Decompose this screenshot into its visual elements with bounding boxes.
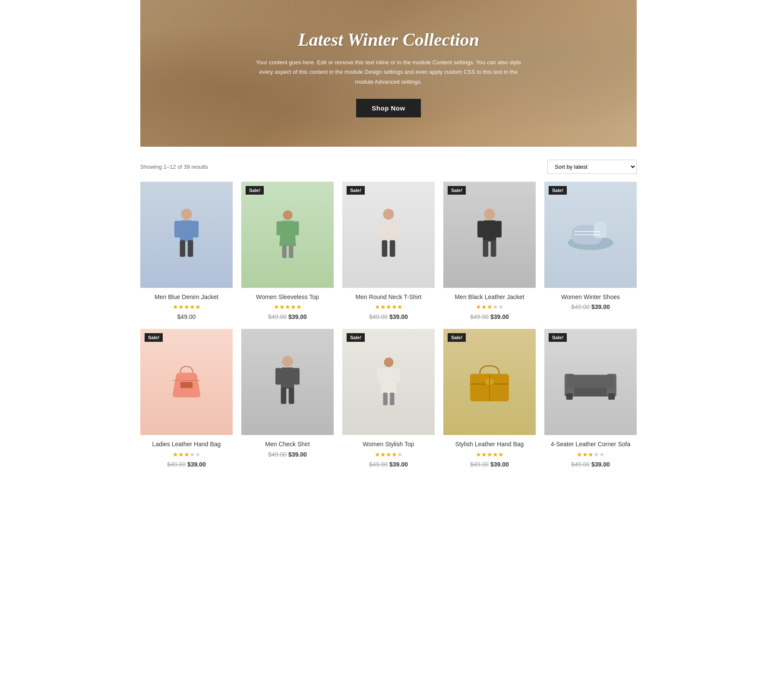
product-image: Sale! [544,329,637,435]
svg-rect-36 [289,388,294,404]
svg-rect-10 [282,246,286,258]
star-icon: ★ [274,304,279,310]
star-icon: ★ [594,451,599,458]
product-card[interactable]: Sale! Ladies Leather Hand Bag ★★★★★ $49.… [140,329,233,467]
product-figure [544,182,637,288]
product-stars: ★★★★★ [241,303,334,311]
product-figure [443,182,536,288]
shop-now-button[interactable]: Shop Now [356,99,420,117]
toolbar: Showing 1–12 of 39 results Sort by lates… [140,160,637,182]
sale-badge: Sale! [246,186,264,195]
product-card[interactable]: Sale! Men Round Neck T-Shirt ★★★★★ $49.0… [342,182,435,320]
sort-select[interactable]: Sort by latestSort by popularitySort by … [547,160,637,174]
svg-rect-8 [276,221,281,236]
product-stars: ★★★★★ [443,303,536,311]
svg-point-37 [384,358,393,367]
star-icon: ★ [195,304,201,310]
star-icon: ★ [481,451,487,458]
star-icon: ★ [195,451,201,458]
product-figure [241,329,334,435]
svg-point-0 [181,209,192,220]
star-icon: ★ [498,304,504,310]
star-icon: ★ [173,304,178,310]
product-name: Women Stylish Top [342,440,435,448]
star-icon: ★ [493,451,498,458]
product-card[interactable]: Men Blue Denim Jacket ★★★★★ $49.00 [140,182,233,320]
star-icon: ★ [375,304,380,310]
showing-results-text: Showing 1–12 of 39 results [140,164,208,170]
product-image: Sale! [342,329,435,435]
product-figure [140,329,233,435]
svg-rect-11 [289,246,293,258]
star-icon: ★ [392,451,397,458]
product-card[interactable]: Sale! Women Sleeveless Top ★★★★★ $49.00$… [241,182,334,320]
star-icon: ★ [498,451,504,458]
svg-rect-21 [496,221,502,238]
product-image: Sale! [443,329,536,435]
svg-rect-41 [383,393,387,405]
product-price: $49.00 [140,313,233,320]
svg-rect-52 [608,394,615,400]
star-icon: ★ [380,304,386,310]
product-card[interactable]: Sale! Women Stylish Top ★★★★★ $49.00$39.… [342,329,435,467]
svg-rect-50 [567,375,614,388]
svg-rect-17 [390,240,395,257]
svg-rect-34 [294,368,300,385]
svg-rect-4 [180,240,186,257]
svg-rect-15 [395,221,401,238]
star-icon: ★ [588,451,594,458]
sale-badge: Sale! [549,186,567,195]
star-icon: ★ [291,304,296,310]
star-icon: ★ [386,451,392,458]
svg-rect-5 [188,240,193,257]
product-card[interactable]: Sale! Stylish Leather Hand Bag ★★★★★ $49… [443,329,536,467]
product-figure [140,182,233,288]
star-icon: ★ [178,304,184,310]
sale-badge: Sale! [549,333,567,342]
star-icon: ★ [577,451,582,458]
product-image: Sale! [342,182,435,288]
product-name: Women Winter Shoes [544,293,637,301]
sale-badge: Sale! [347,333,365,342]
product-price: $49.00$39.00 [140,461,233,468]
product-card[interactable]: Sale! Women Winter Shoes $49.00$39.00 [544,182,637,320]
svg-rect-9 [294,221,299,236]
hero-section: Latest Winter Collection Your content go… [140,0,637,147]
svg-rect-20 [477,221,483,238]
product-stars: ★★★★★ [140,451,233,458]
star-icon: ★ [375,451,380,458]
svg-rect-23 [491,240,496,257]
product-name: Women Sleeveless Top [241,293,334,301]
product-price: $49.00$39.00 [544,461,637,468]
star-icon: ★ [386,304,392,310]
svg-marker-38 [380,368,397,394]
product-stars: ★★★★★ [443,451,536,458]
product-price: $49.00$39.00 [342,313,435,320]
star-icon: ★ [184,451,190,458]
product-image [140,182,233,288]
product-card[interactable]: Men Check Shirt $49.00$39.00 [241,329,334,467]
svg-point-18 [484,209,495,220]
product-name: Men Check Shirt [241,440,334,448]
svg-rect-33 [275,368,281,385]
product-stars: ★★★★★ [140,303,233,311]
svg-rect-1 [180,220,193,241]
star-icon: ★ [487,304,493,310]
svg-point-6 [283,210,292,220]
product-card[interactable]: Sale! 4-Seater Leather Corner Sofa ★★★★★… [544,329,637,467]
product-price: $49.00$39.00 [342,461,435,468]
product-image: Sale! [443,182,536,288]
star-icon: ★ [397,304,403,310]
star-icon: ★ [487,451,493,458]
star-icon: ★ [296,304,302,310]
product-grid: Men Blue Denim Jacket ★★★★★ $49.00 Sale!… [140,182,637,468]
product-card[interactable]: Sale! Men Black Leather Jacket ★★★★★ $49… [443,182,536,320]
svg-rect-51 [566,394,573,400]
star-icon: ★ [190,451,195,458]
svg-rect-26 [594,222,607,238]
star-icon: ★ [481,304,487,310]
svg-rect-19 [483,220,496,241]
product-price: $49.00$39.00 [241,313,334,320]
star-icon: ★ [493,304,498,310]
product-price: $49.00$39.00 [443,461,536,468]
